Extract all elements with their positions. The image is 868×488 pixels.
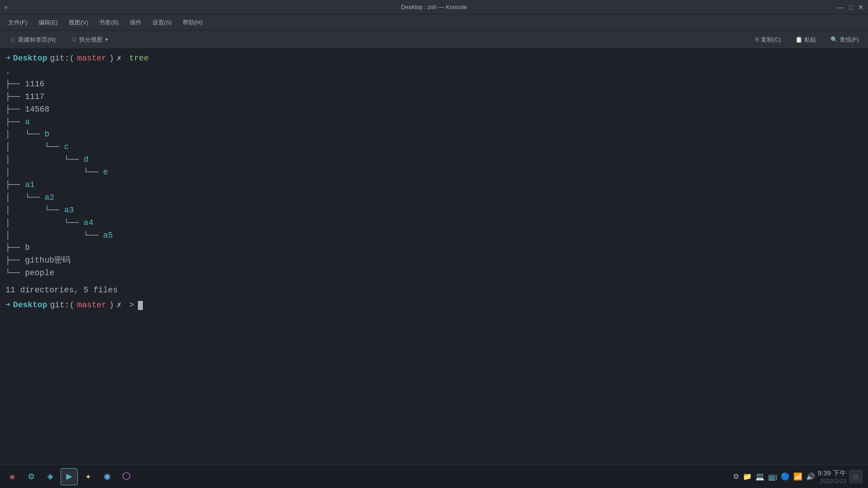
tree-line-a4: │ └── a4	[5, 217, 863, 230]
clock-date: 2022/2/23	[818, 478, 846, 484]
menu-bar: 文件(F) 编辑(E) 视图(V) 书签(B) 插件 设置(S) 帮助(H)	[0, 14, 868, 31]
show-desktop-button[interactable]: □	[849, 470, 863, 483]
find-button[interactable]: 🔍 查找(F)	[826, 34, 863, 46]
prompt-git-prefix: git:(	[50, 52, 74, 65]
tree-line-1117: ├── 1117	[5, 91, 863, 103]
prompt-arrow-icon: ➜	[5, 52, 10, 65]
wifi-icon[interactable]: 📶	[793, 472, 802, 481]
tree-line-b-file: ├── b	[5, 242, 863, 254]
copy-icon: ⎘	[755, 36, 759, 43]
tree-line-a: ├── a	[5, 116, 863, 129]
split-view-button[interactable]: ⧉ 拆分视图 ▾	[66, 34, 113, 46]
prompt2-git-prefix: git:(	[50, 299, 74, 311]
menu-plugins[interactable]: 插件	[125, 17, 146, 28]
new-tab-label: 新建标签页(N)	[18, 36, 56, 44]
taskbar-browser-icon[interactable]: ◉	[99, 468, 116, 485]
volume-icon[interactable]: 🔊	[806, 472, 815, 481]
prompt2-git-branch: master	[77, 299, 106, 311]
prompt-command: tree	[124, 52, 149, 65]
taskbar-clock: 9:39 下午 2022/2/23	[818, 469, 846, 484]
tree-line-a2: │ └── a2	[5, 192, 863, 204]
maximize-button[interactable]: □	[849, 4, 853, 11]
terminal-cursor	[138, 301, 143, 310]
close-button[interactable]: ✕	[858, 4, 863, 11]
new-tab-icon: ⊞	[10, 36, 15, 43]
menu-bookmarks[interactable]: 书签(B)	[94, 17, 123, 28]
taskbar-krita-icon[interactable]: ✦	[80, 468, 97, 485]
menu-edit[interactable]: 编辑(E)	[34, 17, 62, 28]
taskbar-jetbrains-icon[interactable]: ⬡	[118, 468, 135, 485]
prompt-git-branch: master	[77, 52, 106, 65]
minimize-button[interactable]: —	[837, 4, 844, 11]
window-title: Desktop : zsh — Konsole	[401, 4, 467, 10]
system-icons: ⚙ 📁 💻 📺 🔵 📶 🔊	[733, 472, 815, 481]
prompt2-arrow-icon: ➜	[5, 299, 10, 311]
menu-view[interactable]: 视图(V)	[64, 17, 93, 28]
desktop-icon: □	[854, 474, 857, 480]
prompt-directory: Desktop	[13, 52, 47, 65]
terminal-small-icon: ▶	[5, 3, 8, 11]
taskbar: ❋ ⚙ ◈ ▶ ✦ ◉ ⬡ ⚙ 📁 💻 📺 🔵 📶 🔊 9:39 下午 2022…	[0, 465, 868, 488]
taskbar-terminal-icon[interactable]: ▶	[61, 468, 78, 485]
copy-label: 复制(C)	[761, 36, 781, 44]
paste-icon: 📋	[795, 36, 802, 43]
tray-icon-1[interactable]: ⚙	[733, 472, 739, 481]
taskbar-system-tray: ⚙ 📁 💻 📺 🔵 📶 🔊 9:39 下午 2022/2/23 □	[727, 469, 868, 484]
toolbar: ⊞ 新建标签页(N) ⧉ 拆分视图 ▾ ⎘ 复制(C) 📋 粘贴 🔍 查找(F)	[0, 31, 868, 49]
taskbar-apps-icon[interactable]: ◈	[42, 468, 59, 485]
split-view-label: 拆分视图	[79, 36, 103, 44]
paste-button[interactable]: 📋 粘贴	[791, 34, 821, 46]
bluetooth-icon[interactable]: 🔵	[781, 472, 790, 481]
tree-line-d: │ └── d	[5, 154, 863, 166]
tree-line-a5: │ └── a5	[5, 230, 863, 242]
tree-line-a3: │ └── a3	[5, 204, 863, 217]
tree-summary: 11 directories, 5 files	[5, 284, 863, 296]
menu-file[interactable]: 文件(F)	[4, 17, 32, 28]
split-view-icon: ⧉	[72, 36, 76, 43]
toolbar-right: ⎘ 复制(C) 📋 粘贴 🔍 查找(F)	[751, 34, 863, 46]
tree-line-1116: ├── 1116	[5, 78, 863, 91]
tree-line-c: │ └── c	[5, 141, 863, 154]
tree-line-github: ├── github密码	[5, 254, 863, 267]
menu-settings[interactable]: 设置(S)	[148, 17, 176, 28]
tree-line-a1: ├── a1	[5, 179, 863, 192]
search-icon: 🔍	[830, 36, 838, 43]
tree-line-b: │ └── b	[5, 128, 863, 141]
tree-dot: .	[5, 66, 863, 78]
window-controls: — □ ✕	[837, 4, 863, 11]
tree-line-e: │ └── e	[5, 166, 863, 179]
split-view-chevron: ▾	[105, 37, 108, 42]
clock-time: 9:39 下午	[818, 469, 846, 478]
taskbar-settings-icon[interactable]: ⚙	[23, 468, 40, 485]
terminal-area[interactable]: ➜ Desktop git:(master) ✗ tree . ├── 1116…	[0, 49, 868, 465]
prompt-git-suffix: )	[109, 52, 114, 65]
prompt-line-1: ➜ Desktop git:(master) ✗ tree	[5, 52, 863, 65]
find-label: 查找(F)	[840, 36, 859, 44]
prompt-line-2: ➜ Desktop git:(master) ✗ >	[5, 299, 863, 311]
prompt2-git-suffix: )	[109, 299, 114, 311]
taskbar-apps: ❋ ⚙ ◈ ▶ ✦ ◉ ⬡	[0, 468, 138, 485]
prompt2-x-arrow: ✗	[117, 299, 122, 311]
prompt2-gt: >	[124, 299, 134, 311]
title-bar-left: ▶	[5, 3, 11, 11]
prompt-x-arrow: ✗	[117, 52, 122, 65]
tray-icon-3[interactable]: 💻	[755, 472, 764, 481]
menu-help[interactable]: 帮助(H)	[178, 17, 207, 28]
tray-icon-4[interactable]: 📺	[768, 472, 777, 481]
paste-label: 粘贴	[804, 36, 816, 44]
tree-line-14568: ├── 14568	[5, 103, 863, 116]
new-tab-button[interactable]: ⊞ 新建标签页(N)	[5, 34, 61, 46]
prompt2-directory: Desktop	[13, 299, 47, 311]
copy-button[interactable]: ⎘ 复制(C)	[751, 34, 785, 46]
tree-line-people: └── people	[5, 267, 863, 280]
taskbar-start-button[interactable]: ❋	[4, 468, 21, 485]
tray-icon-2[interactable]: 📁	[743, 472, 752, 481]
title-bar: ▶ Desktop : zsh — Konsole — □ ✕	[0, 0, 868, 14]
